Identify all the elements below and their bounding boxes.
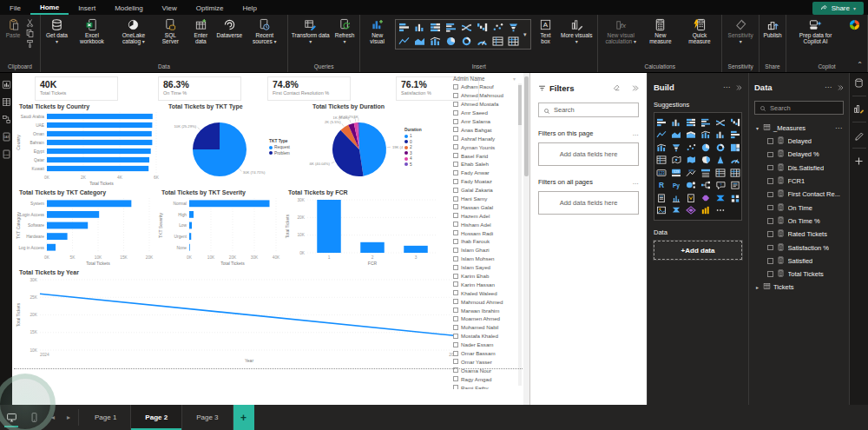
chart-fcr[interactable]: Total Tickets by FCR0K10K20K30K123FCRTot… bbox=[285, 188, 444, 268]
checkbox-icon[interactable] bbox=[453, 162, 458, 167]
combo-chart-icon[interactable] bbox=[428, 35, 443, 48]
checkbox-icon[interactable] bbox=[767, 218, 773, 224]
slicer-item[interactable]: Ihab Farouk bbox=[444, 237, 523, 246]
ribbon-publish-button[interactable]: Publish bbox=[762, 17, 783, 40]
checkbox-icon[interactable] bbox=[453, 153, 458, 158]
ribbon-copy-button[interactable] bbox=[25, 29, 37, 38]
more-options-icon[interactable]: … bbox=[633, 178, 640, 186]
filters-search-input[interactable]: Search bbox=[538, 103, 639, 117]
slicer-item[interactable]: Hani Samy bbox=[444, 195, 523, 203]
checkbox-icon[interactable] bbox=[453, 248, 458, 253]
menu-modeling[interactable]: Modeling bbox=[105, 0, 152, 15]
menu-home[interactable]: Home bbox=[30, 0, 69, 15]
slicer-item[interactable]: Rami Fathy bbox=[444, 383, 523, 389]
tmdl-view-icon[interactable]: TMDL bbox=[2, 149, 11, 159]
slicer-item[interactable]: Hassan Galal bbox=[444, 202, 523, 211]
mobile-layout-icon[interactable] bbox=[23, 405, 45, 430]
field-rated-tickets[interactable]: Rated Tickets bbox=[754, 228, 844, 241]
legend-item[interactable]: 4 bbox=[404, 156, 422, 161]
ribbon-sql-server-button[interactable]: SQL Server bbox=[155, 17, 186, 46]
field-total-tickets[interactable]: Total Tickets bbox=[754, 268, 844, 281]
field-fcr1[interactable]: FCR1 bbox=[754, 175, 844, 188]
smart-narrative-icon[interactable] bbox=[728, 180, 742, 192]
custom-visual-icon[interactable] bbox=[728, 192, 742, 204]
chart-year[interactable]: Total Tickets by Year10K15K20K25K30K2024… bbox=[16, 268, 467, 365]
combo-chart-icon[interactable] bbox=[654, 142, 668, 154]
model-view-icon[interactable] bbox=[2, 115, 11, 124]
kpi-card[interactable]: 86.3%On Time % bbox=[158, 76, 241, 101]
chart-plot[interactable]: 0K5K10K15K20KSystemLogin AccessSoftwareH… bbox=[16, 195, 158, 269]
checkbox-icon[interactable] bbox=[453, 239, 458, 244]
slicer-item[interactable]: Ayman Younis bbox=[444, 142, 523, 151]
checkbox-icon[interactable] bbox=[767, 138, 773, 144]
chevron-right-icon[interactable]: ▸ bbox=[754, 284, 760, 290]
ribbon-chart-icon[interactable] bbox=[459, 21, 474, 34]
chart-plot[interactable]: 30K (74.71%)10K (25.29%)TKT TypeRequestP… bbox=[165, 109, 309, 186]
stacked-bar-icon[interactable] bbox=[728, 129, 742, 142]
kpi-card[interactable]: 40KTotal Tickets bbox=[35, 76, 118, 101]
table-row-tickets[interactable]: ▸Tickets bbox=[754, 281, 844, 294]
matrix-visual-icon[interactable] bbox=[728, 167, 742, 179]
slicer-item[interactable]: Ehab Saleh bbox=[444, 160, 523, 169]
gallery-expand-icon[interactable]: ▾ bbox=[521, 31, 529, 38]
more-options-icon[interactable]: ⋯ bbox=[825, 83, 832, 91]
report-canvas[interactable]: 40KTotal Tickets86.3%On Time %74.8%First… bbox=[12, 73, 529, 405]
checkbox-icon[interactable] bbox=[453, 351, 458, 356]
checkbox-icon[interactable] bbox=[453, 84, 458, 89]
r-script-icon[interactable]: R bbox=[654, 180, 668, 192]
more-ellipsis-icon[interactable] bbox=[713, 205, 727, 217]
checkbox-icon[interactable] bbox=[453, 93, 458, 98]
checkbox-icon[interactable] bbox=[453, 188, 458, 193]
image-visual-icon[interactable] bbox=[654, 205, 668, 217]
checkbox-icon[interactable] bbox=[453, 299, 458, 304]
data-cylinder-icon[interactable] bbox=[853, 77, 865, 89]
combo-chart-icon[interactable] bbox=[699, 129, 713, 142]
funnel-icon[interactable] bbox=[669, 142, 683, 154]
chart-plot[interactable]: 19K (48%)16K (40.04%)2K (5.5%)1K (3.4%)1… bbox=[309, 109, 444, 186]
ribbon-format-painter-button[interactable] bbox=[25, 39, 37, 49]
more-options-icon[interactable]: ⋯ bbox=[835, 124, 844, 132]
checkbox-icon[interactable] bbox=[453, 119, 458, 124]
table-visual-icon[interactable] bbox=[490, 35, 505, 48]
power-automate2-icon[interactable] bbox=[669, 205, 683, 217]
legend-item[interactable]: Problem bbox=[269, 151, 290, 155]
legend-item[interactable]: 1 bbox=[404, 134, 422, 138]
slicer-item[interactable]: Mahmoud Ahmed bbox=[444, 297, 523, 306]
stacked-area-icon[interactable] bbox=[684, 129, 698, 142]
legend-item[interactable]: 5 bbox=[404, 162, 422, 167]
ribbon-onelake-catalog-button[interactable]: OneLake catalog ▾ bbox=[114, 17, 154, 47]
gauge-visual-icon[interactable] bbox=[728, 155, 742, 167]
kpi-visual-icon[interactable]: KPI bbox=[684, 167, 698, 179]
checkbox-icon[interactable] bbox=[453, 213, 458, 218]
collapse-pane-icon[interactable] bbox=[837, 79, 844, 95]
narrative-doc-icon[interactable] bbox=[684, 192, 698, 204]
checkbox-icon[interactable] bbox=[453, 230, 458, 235]
checkbox-icon[interactable] bbox=[453, 196, 458, 202]
checkbox-icon[interactable] bbox=[453, 290, 458, 295]
slicer-item[interactable]: Fady Moataz bbox=[444, 177, 523, 186]
format-pen-icon[interactable] bbox=[853, 129, 865, 141]
chevron-down-icon[interactable]: ▾ bbox=[513, 76, 516, 82]
ribbon-copilot-button[interactable] bbox=[844, 17, 865, 33]
area-chart-icon[interactable] bbox=[412, 35, 427, 48]
slicer-item[interactable]: Ashraf Hanafy bbox=[444, 134, 523, 142]
menu-view[interactable]: View bbox=[153, 0, 187, 15]
clustered-column-icon[interactable] bbox=[713, 129, 727, 142]
line-chart-icon[interactable] bbox=[654, 129, 668, 142]
checkbox-icon[interactable] bbox=[453, 281, 458, 287]
field-satisfaction[interactable]: Satisfaction % bbox=[754, 241, 844, 254]
slicer-item[interactable]: Karim Hassan bbox=[444, 280, 523, 288]
table-row-measures[interactable]: ▾_Measures⋯ bbox=[754, 122, 844, 135]
dax-view-icon[interactable]: DAX bbox=[2, 132, 11, 142]
checkbox-icon[interactable] bbox=[453, 334, 458, 339]
data-search-input[interactable]: Search bbox=[754, 101, 844, 115]
prev-page-arrow[interactable]: ◂ bbox=[45, 405, 61, 430]
slicer-item[interactable]: Islam Mohsen bbox=[444, 255, 523, 263]
ribbon-sensitivity-button[interactable]: Sensitivity ▾ bbox=[725, 17, 756, 47]
collapse-ribbon-button[interactable]: ⌃ bbox=[857, 61, 863, 69]
map-visual-icon[interactable] bbox=[669, 155, 683, 167]
slicer-item[interactable]: Hossam Radi bbox=[444, 228, 523, 237]
clustered-column-icon[interactable] bbox=[669, 116, 683, 129]
ribbon-prep-data-for-copilot-ai-button[interactable]: Prep data for Copilot AI bbox=[789, 17, 842, 46]
checkbox-icon[interactable] bbox=[767, 231, 773, 237]
